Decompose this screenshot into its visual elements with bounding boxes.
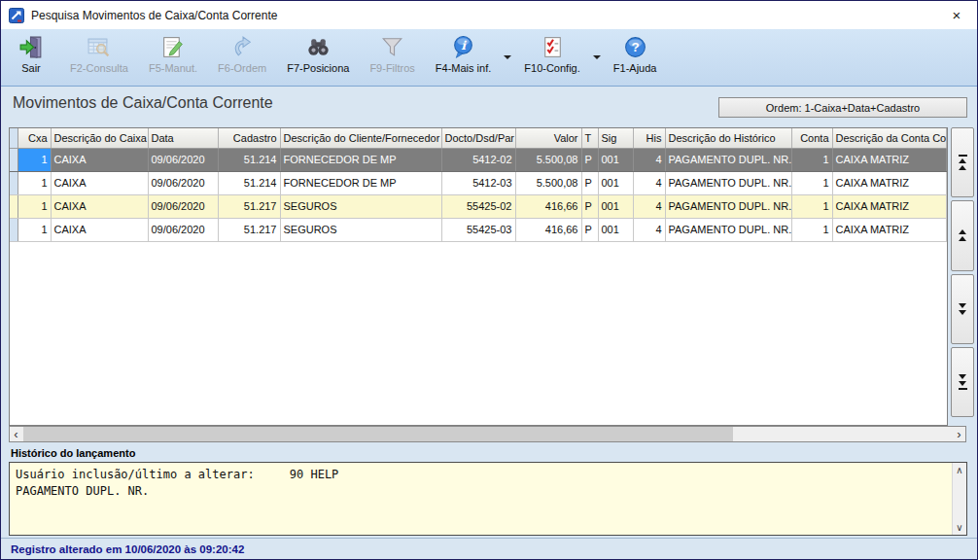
order-button[interactable]: Ordem: 1-Caixa+Data+Cadastro — [718, 97, 967, 118]
grid-cell[interactable]: CAIXA MATRIZ — [832, 194, 947, 218]
grid-cell[interactable]: CAIXA MATRIZ — [832, 148, 947, 171]
grid-cell[interactable]: CAIXA MATRIZ — [832, 218, 947, 241]
grid-cell[interactable]: FORNECEDOR DE MP — [280, 148, 441, 171]
column-header[interactable]: Descrição do Caixa — [51, 128, 148, 148]
scroll-right-icon[interactable]: › — [953, 428, 965, 440]
grid-cell[interactable]: 5.500,08 — [515, 148, 581, 171]
table-row[interactable]: 1CAIXA09/06/202051.217SEGUROS55425-03416… — [10, 218, 947, 241]
grid-cell[interactable]: 4 — [633, 194, 665, 218]
scroll-down-icon[interactable]: ∨ — [956, 522, 962, 533]
grid-cell[interactable]: 416,66 — [515, 194, 581, 218]
grid-cell[interactable]: FORNECEDOR DE MP — [280, 171, 441, 194]
f4-mais-inf-button[interactable]: i F4-Mais inf. — [436, 34, 491, 74]
grid-cell[interactable]: 001 — [598, 194, 633, 218]
mais-inf-dropdown-icon[interactable] — [504, 55, 511, 59]
column-header[interactable]: Descrição da Conta Con — [832, 128, 947, 148]
first-record-button[interactable] — [951, 127, 974, 197]
grid-cell[interactable]: 5412-02 — [441, 148, 515, 171]
grid-cell[interactable]: SEGUROS — [280, 194, 441, 218]
grid-cell[interactable]: 1 — [791, 171, 832, 194]
table-row[interactable]: 1CAIXA09/06/202051.217SEGUROS55425-02416… — [10, 194, 947, 218]
f7-posiciona-button[interactable]: F7-Posiciona — [287, 34, 349, 74]
table-row[interactable]: 1CAIXA09/06/202051.214FORNECEDOR DE MP54… — [10, 148, 947, 171]
column-header[interactable]: Cadastro — [218, 128, 280, 148]
grid-cell[interactable]: 1 — [17, 194, 51, 218]
movements-grid: CxaDescrição do CaixaDataCadastroDescriç… — [9, 127, 948, 426]
grid-cell[interactable]: SEGUROS — [280, 218, 441, 241]
title-bar: Pesquisa Movimentos de Caixa/Conta Corre… — [1, 1, 977, 29]
grid-cell[interactable]: PAGAMENTO DUPL. NR. — [665, 148, 791, 171]
column-header[interactable]: Data — [148, 128, 218, 148]
grid-cell[interactable]: CAIXA — [51, 171, 148, 194]
status-text: Registro alterado em 10/06/2020 às 09:20… — [11, 543, 244, 555]
grid-cell[interactable]: 001 — [598, 171, 633, 194]
grid-cell[interactable]: PAGAMENTO DUPL. NR. — [665, 218, 791, 241]
grid-cell[interactable]: 55425-02 — [441, 194, 515, 218]
grid-cell[interactable]: PAGAMENTO DUPL. NR. — [665, 171, 791, 194]
column-header[interactable]: Docto/Dsd/Par — [441, 128, 515, 148]
grid-cell[interactable]: 5412-03 — [441, 171, 515, 194]
scroll-left-icon[interactable]: ‹ — [10, 428, 22, 440]
column-header[interactable]: Sig — [598, 128, 633, 148]
column-header[interactable]: Descrição do Histórico — [665, 128, 791, 148]
grid-cell[interactable]: 09/06/2020 — [148, 218, 218, 241]
next-page-button[interactable] — [951, 274, 974, 344]
grid-cell[interactable]: 51.214 — [218, 171, 280, 194]
grid-cell[interactable]: CAIXA — [51, 218, 148, 241]
grid-cell[interactable]: P — [581, 194, 598, 218]
grid-cell[interactable]: 09/06/2020 — [148, 171, 218, 194]
grid-cell[interactable]: 5.500,08 — [515, 171, 581, 194]
column-header[interactable]: T — [581, 128, 598, 148]
grid-cell[interactable]: 1 — [17, 148, 51, 171]
memo-scrollbar: ∧ ∨ — [952, 463, 966, 535]
grid-cell[interactable]: 51.214 — [218, 148, 280, 171]
grid-cell[interactable]: 4 — [633, 218, 665, 241]
table-row[interactable]: 1CAIXA09/06/202051.214FORNECEDOR DE MP54… — [10, 171, 947, 194]
column-header[interactable]: Cxa — [17, 128, 51, 148]
sair-button[interactable]: Sair — [13, 34, 50, 74]
grid-cell[interactable]: P — [581, 171, 598, 194]
column-header[interactable]: His — [633, 128, 665, 148]
grid-cell[interactable]: 1 — [791, 218, 832, 241]
grid-cell[interactable]: P — [581, 148, 598, 171]
grid-cell[interactable]: PAGAMENTO DUPL. NR. — [665, 194, 791, 218]
grid-cell[interactable]: 1 — [791, 148, 832, 171]
grid-cell[interactable]: 1 — [17, 218, 51, 241]
grid-cell[interactable]: 09/06/2020 — [148, 148, 218, 171]
prior-page-button[interactable] — [951, 200, 974, 270]
historico-textarea[interactable]: Usuário inclusão/último a alterar: 90 HE… — [9, 462, 967, 536]
f10-config-button[interactable]: F10-Config. — [524, 34, 579, 74]
grid-cell[interactable]: 4 — [633, 148, 665, 171]
grid-cell[interactable]: CAIXA MATRIZ — [832, 171, 947, 194]
column-header[interactable]: Conta — [791, 128, 832, 148]
f7-posiciona-label: F7-Posiciona — [287, 62, 349, 74]
f9-filtros-label: F9-Filtros — [369, 62, 414, 74]
grid-cell[interactable]: 4 — [633, 171, 665, 194]
grid-cell[interactable]: 09/06/2020 — [148, 194, 218, 218]
grid-cell[interactable]: 416,66 — [515, 218, 581, 241]
grid-cell[interactable]: 1 — [17, 171, 51, 194]
grid-cell[interactable]: CAIXA — [51, 148, 148, 171]
hscroll-thumb[interactable] — [23, 427, 733, 441]
grid-cell[interactable]: P — [581, 218, 598, 241]
f6-ordem-button: F6-Ordem — [218, 34, 266, 74]
column-header[interactable]: Descrição do Cliente/Fornecedor — [280, 128, 441, 148]
grid-cell[interactable]: 001 — [598, 148, 633, 171]
sair-label: Sair — [21, 62, 41, 74]
grid-cell[interactable]: 51.217 — [218, 194, 280, 218]
grid-cell[interactable]: 001 — [598, 218, 633, 241]
grid-cell[interactable]: CAIXA — [51, 194, 148, 218]
grid-cell[interactable]: 55425-03 — [441, 218, 515, 241]
scroll-up-icon[interactable]: ∧ — [956, 465, 962, 475]
f1-ajuda-button[interactable]: ? F1-Ajuda — [613, 34, 657, 74]
page-title: Movimentos de Caixa/Conta Corrente — [13, 94, 273, 112]
config-dropdown-icon[interactable] — [593, 55, 601, 59]
close-icon[interactable]: × — [946, 4, 967, 25]
horizontal-scrollbar[interactable]: ‹ › — [9, 426, 966, 442]
last-record-button[interactable] — [951, 347, 974, 417]
hscroll-track[interactable] — [22, 427, 953, 441]
grid-cell[interactable]: 1 — [791, 194, 832, 218]
f5-manut-label: F5-Manut. — [149, 62, 197, 74]
grid-cell[interactable]: 51.217 — [218, 218, 280, 241]
column-header[interactable]: Valor — [515, 128, 581, 148]
